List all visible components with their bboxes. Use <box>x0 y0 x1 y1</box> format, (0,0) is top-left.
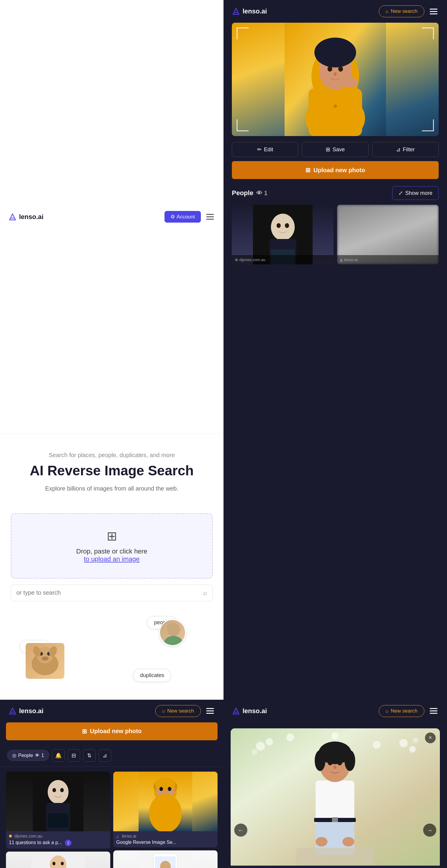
nav-right-light: ⚙ Account <box>165 211 215 223</box>
edit-icon: ✏ <box>257 146 262 153</box>
svg-point-23 <box>334 104 337 108</box>
filter-options-btn[interactable]: ⊿ <box>99 749 111 762</box>
card-item-3[interactable]: elfarr.bullerjahn2... what bra should I … <box>6 851 110 868</box>
hero-title: AI Reverse Image Search <box>12 463 212 478</box>
card-source-1: dijones.com.au 11 questions to ask a p..… <box>6 831 110 848</box>
logo-dark-p3: lenso.ai <box>8 707 43 715</box>
card-item-4[interactable]: unifycosmos.com 20 Secrets to Achievin..… <box>113 850 217 868</box>
filter-notify-btn[interactable]: 🔔 <box>52 749 65 762</box>
card-title-2: Google Reverse Image Se... <box>116 840 214 845</box>
result-card-2[interactable]: ◭ lenso.ai <box>337 205 439 265</box>
svg-point-35 <box>53 788 56 792</box>
logo-dark-p2: lenso.ai <box>232 7 267 16</box>
svg-point-84 <box>256 742 265 751</box>
hamburger-menu-dark-p3[interactable] <box>205 707 215 715</box>
svg-point-21 <box>334 72 337 76</box>
svg-point-25 <box>271 214 295 241</box>
modal-source-row-1: NN thenewnormalcharityhk.org → Resources… <box>231 866 440 868</box>
card-img-2 <box>113 772 217 831</box>
svg-point-41 <box>53 862 56 865</box>
svg-point-105 <box>316 837 328 846</box>
panel-results-overview: lenso.ai ⌕ New search <box>224 0 447 700</box>
user-icon: ⚙ <box>170 214 175 220</box>
svg-point-20 <box>338 66 343 72</box>
hero-image-container <box>232 23 439 136</box>
search-input[interactable] <box>16 589 203 596</box>
modal-prev-button[interactable]: ← <box>234 824 247 837</box>
card-source-2: ◭ lenso.ai Google Reverse Image Se... <box>113 831 217 847</box>
filter-chip-people[interactable]: ◎ People 👁 1 <box>7 750 49 761</box>
panel-detail: lenso.ai ⌕ New search × ← → <box>224 700 447 868</box>
svg-marker-11 <box>233 8 239 14</box>
filter-button[interactable]: ⊿ Filter <box>372 142 439 157</box>
hamburger-menu[interactable] <box>205 213 215 221</box>
svg-point-86 <box>251 749 257 755</box>
hamburger-menu-dark-p4[interactable] <box>428 707 439 715</box>
new-search-button-p4[interactable]: ⌕ New search <box>379 705 424 717</box>
result-card-1[interactable]: ⊕ dijones.com.au <box>232 205 334 265</box>
card-item-2[interactable]: ◭ lenso.ai Google Reverse Image Se... <box>113 772 217 847</box>
result-source-1: ⊕ dijones.com.au <box>235 257 331 262</box>
modal-close-button[interactable]: × <box>425 733 436 743</box>
svg-point-92 <box>331 732 339 739</box>
svg-point-101 <box>344 750 355 771</box>
edit-button[interactable]: ✏ Edit <box>232 142 298 157</box>
svg-point-100 <box>315 750 325 771</box>
search-bar: ⌕ <box>11 585 213 601</box>
svg-point-102 <box>328 760 333 765</box>
svg-marker-30 <box>9 708 15 714</box>
panel-results-list: lenso.ai ⌕ New search ⊞ Upload new photo… <box>0 700 224 868</box>
source-dot-1 <box>9 835 12 838</box>
account-button[interactable]: ⚙ Account <box>165 211 201 223</box>
filter-sort-btn[interactable]: ⇅ <box>83 749 96 762</box>
upload-dropzone[interactable]: ⊞ Drop, paste or click here to upload an… <box>11 513 213 579</box>
hero-section: Search for places, people, duplicates, a… <box>0 434 224 505</box>
filter-save-btn[interactable]: ⊟ <box>68 749 80 762</box>
svg-point-104 <box>334 765 337 769</box>
top-nav-dark-p3: lenso.ai ⌕ New search <box>0 700 224 722</box>
modal-main-image <box>231 728 440 866</box>
svg-point-8 <box>41 656 48 661</box>
svg-point-57 <box>160 787 163 791</box>
filter-icon: ⊿ <box>396 146 401 153</box>
top-nav-light: lenso.ai ⚙ Account <box>0 0 224 434</box>
modal-next-button[interactable]: → <box>423 824 436 837</box>
card-img-4 <box>113 850 217 868</box>
upload-new-photo-button-p3[interactable]: ⊞ Upload new photo <box>6 722 217 740</box>
top-nav-dark-p2: lenso.ai ⌕ New search <box>224 0 447 23</box>
filter-bar: ◎ People 👁 1 🔔 ⊟ ⇅ ⊿ <box>0 744 224 767</box>
svg-point-36 <box>60 788 64 792</box>
svg-point-19 <box>328 66 332 72</box>
tag-duplicates[interactable]: duplicates <box>133 669 171 682</box>
upload-new-photo-button[interactable]: ⊞ Upload new photo <box>232 161 439 179</box>
svg-point-89 <box>413 738 418 743</box>
masonry-col-2: ◭ lenso.ai Google Reverse Image Se... <box>113 772 217 868</box>
nav-right-dark-p3: ⌕ New search <box>155 705 215 717</box>
result-footer-2: ◭ lenso.ai <box>337 255 439 265</box>
hamburger-menu-dark-p2[interactable] <box>428 7 439 16</box>
show-more-button[interactable]: ⤢ Show more <box>392 186 439 200</box>
corner-bracket-br <box>422 119 434 131</box>
corner-bracket-tl <box>237 27 248 39</box>
save-button[interactable]: ⊞ Save <box>302 142 368 157</box>
masonry-col-1: dijones.com.au 11 questions to ask a p..… <box>6 772 110 868</box>
svg-point-42 <box>61 862 64 865</box>
nav-right-dark-p2: ⌕ New search <box>379 5 439 17</box>
upload-drop-text: Drop, paste or click here to upload an i… <box>20 548 203 563</box>
svg-point-2 <box>167 623 180 636</box>
svg-point-22 <box>343 77 357 88</box>
search-icon: ⌕ <box>203 589 207 597</box>
new-search-button-p2[interactable]: ⌕ New search <box>379 5 424 17</box>
eye-icon-filter: 👁 <box>35 753 40 758</box>
card-item-1[interactable]: dijones.com.au 11 questions to ask a p..… <box>6 772 110 848</box>
action-bar: ✏ Edit ⊞ Save ⊿ Filter <box>232 142 439 157</box>
section-title-people: People 👁 1 <box>232 189 267 197</box>
svg-point-88 <box>409 746 416 752</box>
hero-description: Explore billions of images from all arou… <box>12 484 212 493</box>
source-icon-1: ⊕ <box>235 257 238 262</box>
results-section-header: People 👁 1 ⤢ Show more <box>232 186 439 200</box>
svg-point-87 <box>399 739 408 747</box>
new-search-button-p3[interactable]: ⌕ New search <box>155 705 201 717</box>
results-grid: ⊕ dijones.com.au ◭ lenso.ai <box>232 205 439 265</box>
logo-icon-p3: ◭ <box>116 834 119 838</box>
